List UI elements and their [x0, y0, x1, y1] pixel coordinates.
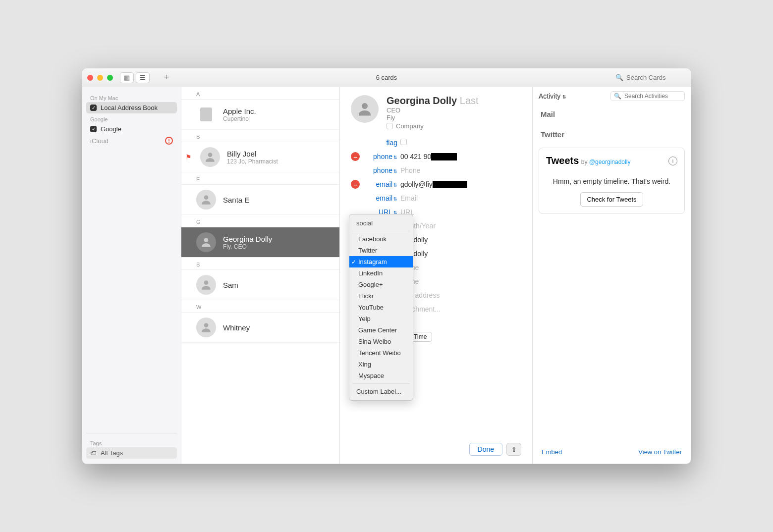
- share-icon[interactable]: ⇧: [506, 443, 521, 456]
- sidebar-item-google[interactable]: ✓ Google: [86, 123, 177, 135]
- phone-label[interactable]: phone⇅: [363, 153, 400, 160]
- popup-custom-label[interactable]: Custom Label...: [349, 386, 413, 397]
- popup-item-twitter[interactable]: Twitter: [349, 245, 413, 256]
- popup-item-sina-weibo[interactable]: Sina Weibo: [349, 336, 413, 347]
- svg-point-0: [208, 153, 213, 157]
- separator: [352, 383, 410, 384]
- check-tweets-button[interactable]: Check for Tweets: [580, 192, 643, 207]
- titlebar: ▥ ☰ + 6 cards 🔍: [82, 68, 691, 87]
- contact-list[interactable]: AApple Inc.CupertinoB⚑Billy Joel123 Jo, …: [181, 87, 340, 464]
- contact-subtitle: Cupertino: [223, 115, 256, 122]
- phone-value[interactable]: 00 421 90: [400, 153, 521, 161]
- flag-checkbox[interactable]: [400, 139, 407, 145]
- search-cards[interactable]: 🔍: [615, 74, 686, 81]
- search-input[interactable]: [626, 74, 686, 81]
- popup-item-game-center[interactable]: Game Center: [349, 324, 413, 336]
- sidebar-item-icloud[interactable]: iCloud !: [86, 135, 177, 147]
- section-A: A: [181, 87, 339, 100]
- contact-name: Whitney: [223, 323, 250, 332]
- warning-icon[interactable]: !: [165, 137, 173, 145]
- company-icon: [196, 105, 216, 124]
- window-title: 6 cards: [82, 74, 691, 81]
- contact-detail: Georgina Dolly Last CEO Fiy Company flag…: [340, 87, 532, 464]
- activity-search-input[interactable]: [624, 93, 681, 100]
- done-button[interactable]: Done: [469, 443, 502, 456]
- email-label[interactable]: email⇅: [363, 194, 400, 202]
- activity-search[interactable]: 🔍: [610, 91, 685, 101]
- social-value[interactable]: ginadolly: [400, 236, 521, 244]
- twitter-handle-link[interactable]: @georginadolly: [589, 159, 631, 165]
- embed-link[interactable]: Embed: [542, 448, 562, 456]
- contact-row[interactable]: Santa E: [181, 185, 339, 215]
- phone-label[interactable]: phone⇅: [363, 166, 400, 174]
- tag-icon: 🏷: [90, 449, 97, 457]
- address-placeholder[interactable]: new address: [400, 291, 521, 299]
- birthday-placeholder[interactable]: Month/Year: [400, 222, 521, 230]
- avatar[interactable]: [351, 95, 379, 123]
- popup-item-flickr[interactable]: Flickr: [349, 290, 413, 302]
- sidebar-item-local-address-book[interactable]: ✓ Local Address Book: [86, 102, 177, 113]
- popup-item-instagram[interactable]: ✓Instagram: [349, 256, 413, 267]
- sidebar-item-label: Google: [101, 125, 121, 133]
- attachment-placeholder[interactable]: attachment...: [400, 305, 521, 313]
- contact-row[interactable]: Georgina DollyFiy, CEO: [181, 227, 339, 258]
- contacts-window: ▥ ☰ + 6 cards 🔍 On My Mac ✓ Local Addres…: [82, 68, 691, 464]
- sidebar-item-label: Local Address Book: [101, 104, 158, 111]
- related-placeholder[interactable]: Name: [400, 277, 521, 285]
- separator: [352, 231, 410, 231]
- info-icon[interactable]: i: [668, 157, 677, 165]
- delete-icon[interactable]: –: [351, 180, 360, 189]
- url-placeholder[interactable]: URL: [400, 208, 521, 216]
- related-placeholder[interactable]: Name: [400, 264, 521, 271]
- email-value[interactable]: gdolly@fiy: [400, 180, 521, 189]
- svg-point-1: [204, 195, 209, 200]
- search-icon: 🔍: [614, 93, 621, 100]
- search-icon: 🔍: [615, 74, 623, 81]
- social-value[interactable]: ginadolly: [400, 250, 521, 258]
- section-S: S: [181, 258, 339, 270]
- twitter-card: Tweets by @georginadolly i Hmm, an empty…: [539, 148, 685, 214]
- flag-label[interactable]: flag: [363, 139, 400, 147]
- section-B: B: [181, 130, 339, 142]
- contact-row[interactable]: Sam: [181, 270, 339, 300]
- contact-row[interactable]: Whitney: [181, 313, 339, 343]
- contact-row[interactable]: ⚑Billy Joel123 Jo, Pharmacist: [181, 142, 339, 172]
- activity-section-twitter: Twitter: [541, 130, 683, 139]
- minimize-icon[interactable]: [97, 75, 103, 81]
- popup-item-myspace[interactable]: Myspace: [349, 370, 413, 381]
- activity-panel: Activity ⇅ 🔍 Mail Twitter Tweets by @geo…: [532, 87, 691, 464]
- sidebar-item-all-tags[interactable]: 🏷 All Tags: [86, 447, 177, 459]
- activity-section-mail: Mail: [541, 110, 683, 118]
- contact-name: Billy Joel: [227, 150, 278, 158]
- activity-title[interactable]: Activity ⇅: [539, 92, 566, 100]
- popup-item-google-[interactable]: Google+: [349, 279, 413, 290]
- contact-name[interactable]: Georgina Dolly Last: [386, 95, 521, 106]
- contact-role[interactable]: CEO: [386, 106, 521, 114]
- fullscreen-icon[interactable]: [107, 75, 113, 81]
- add-button[interactable]: +: [160, 72, 173, 83]
- popup-item-facebook[interactable]: Facebook: [349, 233, 413, 245]
- contact-company[interactable]: Fiy: [386, 114, 521, 121]
- company-checkbox[interactable]: Company: [386, 122, 521, 130]
- check-icon: ✓: [351, 259, 358, 266]
- svg-point-4: [204, 323, 209, 327]
- email-label[interactable]: email⇅: [363, 180, 400, 188]
- email-placeholder[interactable]: Email: [400, 194, 521, 202]
- sidebar-toggle-icon[interactable]: ▥: [120, 72, 134, 83]
- close-icon[interactable]: [87, 75, 93, 81]
- avatar-icon: [200, 147, 220, 167]
- popup-item-youtube[interactable]: YouTube: [349, 302, 413, 313]
- popup-item-xing[interactable]: Xing: [349, 359, 413, 370]
- sidebar-group-label: Tags: [90, 440, 177, 446]
- list-toggle-icon[interactable]: ☰: [136, 72, 150, 83]
- popup-item-yelp[interactable]: Yelp: [349, 313, 413, 324]
- sidebar-item-label: All Tags: [101, 449, 123, 457]
- popup-item-linkedin[interactable]: LinkedIn: [349, 267, 413, 279]
- phone-placeholder[interactable]: Phone: [400, 166, 521, 174]
- delete-icon[interactable]: –: [351, 152, 360, 161]
- view-on-twitter-link[interactable]: View on Twitter: [638, 448, 682, 456]
- checkbox-icon[interactable]: ✓: [90, 126, 97, 132]
- contact-row[interactable]: Apple Inc.Cupertino: [181, 100, 339, 130]
- checkbox-icon[interactable]: ✓: [90, 105, 97, 111]
- popup-item-tencent-weibo[interactable]: Tencent Weibo: [349, 347, 413, 359]
